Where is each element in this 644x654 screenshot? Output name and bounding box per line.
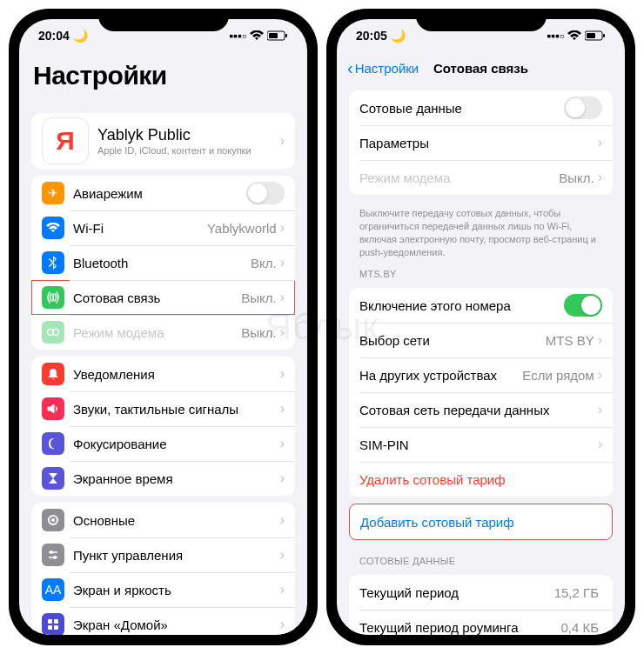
chevron-icon: ›: [280, 547, 285, 563]
account-sub: Apple ID, iCloud, контент и покупки: [97, 145, 280, 156]
bluetooth-icon: [42, 251, 64, 274]
other-devices-detail: Если рядом: [522, 368, 594, 383]
chevron-icon: ›: [598, 437, 602, 452]
network-label: Выбор сети: [359, 333, 546, 348]
account-group: Я Yablyk Public Apple ID, iCloud, контен…: [31, 113, 295, 169]
personal-hotspot-row[interactable]: Режим модема Выкл. ›: [349, 160, 613, 195]
status-time: 20:05: [356, 29, 387, 43]
svg-rect-15: [603, 34, 605, 37]
cellular-data-label: Сотовые данные: [359, 101, 564, 116]
chevron-icon: ›: [598, 367, 602, 383]
turn-on-line-row[interactable]: Включение этого номера: [349, 288, 613, 323]
dnd-icon: 🌙: [73, 29, 88, 43]
roaming-period-row[interactable]: Текущий период роуминга 0,4 КБ: [349, 610, 613, 635]
control-center-row[interactable]: Пункт управления ›: [31, 537, 295, 572]
bell-icon: [42, 363, 64, 385]
footer-text: Выключите передачу сотовых данных, чтобы…: [337, 202, 625, 260]
hotspot-label: Режим модема: [73, 325, 241, 340]
airplane-toggle[interactable]: [246, 182, 285, 204]
cellular-data-network-row[interactable]: Сотовая сеть передачи данных ›: [349, 392, 613, 427]
options-row[interactable]: Параметры ›: [349, 125, 613, 160]
other-devices-row[interactable]: На других устройствах Если рядом ›: [349, 357, 613, 392]
svg-point-7: [50, 551, 53, 554]
delete-plan-row[interactable]: Удалить сотовый тариф: [349, 462, 613, 497]
apple-id-row[interactable]: Я Yablyk Public Apple ID, iCloud, контен…: [31, 113, 295, 169]
svg-rect-11: [48, 625, 52, 630]
general-group: Основные › Пункт управления › AA Экран и…: [31, 503, 295, 635]
back-button[interactable]: ‹ Настройки: [347, 58, 419, 78]
wifi-label: Wi-Fi: [73, 221, 207, 236]
chevron-icon: ›: [280, 582, 285, 597]
chevron-icon: ›: [598, 170, 602, 185]
moon-icon: [42, 432, 64, 455]
cellular-row[interactable]: Сотовая связь Выкл. ›: [31, 280, 295, 315]
network-selection-row[interactable]: Выбор сети MTS BY ›: [349, 323, 613, 357]
general-row[interactable]: Основные ›: [31, 503, 295, 537]
cellular-detail: Выкл.: [241, 290, 276, 305]
screentime-row[interactable]: Экранное время ›: [31, 461, 295, 496]
focus-label: Фокусирование: [73, 437, 280, 451]
hotspot-detail: Выкл.: [559, 170, 594, 185]
display-icon: AA: [42, 578, 64, 601]
status-icons: ▪▪▪▫: [547, 29, 606, 43]
cellular-icon: [42, 286, 64, 309]
phone-right: 20:05 🌙 ▪▪▪▫ ‹ Настройки Сотовая связь: [326, 9, 635, 645]
control-center-label: Пункт управления: [73, 548, 280, 563]
cellular-data-group: Сотовые данные Параметры › Режим модема …: [349, 90, 613, 195]
screen-left: 20:04 🌙 ▪▪▪▫ Настройки Я: [19, 19, 307, 635]
notch: [98, 9, 229, 31]
wifi-icon: [42, 217, 64, 239]
notifications-row[interactable]: Уведомления ›: [31, 357, 295, 391]
home-screen-row[interactable]: Экран «Домой» ›: [31, 607, 295, 635]
status-time: 20:04: [38, 29, 70, 43]
turn-on-label: Включение этого номера: [359, 298, 564, 313]
network-detail: MTS BY: [546, 333, 594, 348]
add-plan-row[interactable]: Добавить сотовый тариф: [350, 504, 612, 539]
signal-icon: ▪▪▪▫: [547, 29, 564, 43]
grid-icon: [42, 613, 64, 635]
home-screen-label: Экран «Домой»: [73, 617, 280, 632]
airplane-row[interactable]: ✈ Авиарежим: [31, 176, 295, 210]
dnd-icon: 🌙: [391, 29, 406, 43]
carrier-group: Включение этого номера Выбор сети MTS BY…: [349, 288, 613, 497]
svg-rect-10: [54, 619, 58, 624]
signal-icon: ▪▪▪▫: [229, 29, 246, 43]
sim-pin-row[interactable]: SIM-PIN ›: [349, 427, 613, 462]
sim-pin-label: SIM-PIN: [359, 437, 598, 452]
turn-on-toggle[interactable]: [564, 294, 602, 317]
nav-title: Сотовая связь: [433, 61, 528, 76]
phone-left: 20:04 🌙 ▪▪▪▫ Настройки Я: [9, 9, 318, 645]
cellular-data-row[interactable]: Сотовые данные: [349, 90, 613, 125]
hotspot-detail: Выкл.: [241, 325, 276, 340]
bluetooth-row[interactable]: Bluetooth Вкл. ›: [31, 245, 295, 280]
chevron-icon: ›: [280, 512, 285, 528]
wifi-row[interactable]: Wi-Fi Yablykworld ›: [31, 210, 295, 245]
other-devices-label: На других устройствах: [359, 368, 522, 383]
chevron-left-icon: ‹: [347, 58, 353, 78]
chevron-icon: ›: [280, 324, 285, 340]
content[interactable]: Настройки Я Yablyk Public Apple ID, iClo…: [19, 52, 307, 635]
period-label: Текущий период: [359, 585, 554, 600]
sounds-row[interactable]: Звуки, тактильные сигналы ›: [31, 391, 295, 426]
focus-row[interactable]: Фокусирование ›: [31, 426, 295, 461]
airplane-label: Авиарежим: [73, 186, 246, 201]
wifi-detail: Yablykworld: [207, 221, 277, 236]
page-title: Настройки: [33, 61, 293, 90]
screen-right: 20:05 🌙 ▪▪▪▫ ‹ Настройки Сотовая связь: [337, 19, 625, 635]
svg-rect-9: [48, 619, 52, 624]
hotspot-row[interactable]: Режим модема Выкл. ›: [31, 315, 295, 350]
svg-rect-12: [54, 625, 58, 630]
data-network-label: Сотовая сеть передачи данных: [359, 403, 598, 417]
speaker-icon: [42, 397, 64, 420]
airplane-icon: ✈: [42, 182, 64, 204]
cellular-data-toggle[interactable]: [564, 97, 602, 119]
chevron-icon: ›: [598, 332, 602, 348]
back-label: Настройки: [355, 61, 419, 76]
display-row[interactable]: AA Экран и яркость ›: [31, 572, 295, 607]
chevron-icon: ›: [280, 220, 285, 236]
content[interactable]: Сотовые данные Параметры › Режим модема …: [337, 83, 625, 635]
notifications-group: Уведомления › Звуки, тактильные сигналы …: [31, 357, 295, 496]
usage-header: СОТОВЫЕ ДАННЫЕ: [337, 547, 625, 568]
avatar: Я: [42, 117, 89, 164]
current-period-row[interactable]: Текущий период 15,2 ГБ: [349, 575, 613, 610]
